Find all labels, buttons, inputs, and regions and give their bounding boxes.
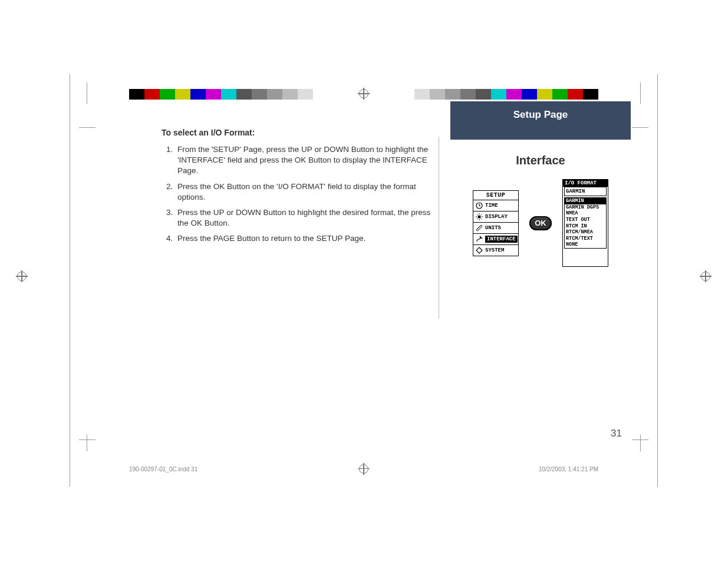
color-swatch [298, 89, 313, 100]
instructions-title: To select an I/O Format: [162, 127, 433, 138]
tick-mark [79, 127, 95, 128]
instruction-step: From the 'SETUP' Page, press the UP or D… [175, 144, 433, 177]
setup-menu-label: INTERFACE [485, 236, 518, 243]
svg-line-9 [481, 214, 482, 215]
color-swatch [399, 89, 414, 100]
color-swatch [445, 89, 460, 100]
crop-mark [70, 82, 87, 104]
io-format-options: GARMINGARMIN DGPSNMEATEXT OUTRTCM INRTCM… [564, 197, 607, 249]
plug-icon [476, 236, 483, 243]
color-swatch [430, 89, 445, 100]
footer-right: 10/2/2003, 1:41:21 PM [539, 466, 598, 472]
footer-left: 190-00297-01_0C.indd 31 [129, 466, 197, 472]
instruction-step: Press the PAGE Button to return to the S… [175, 233, 433, 244]
tick-mark [79, 439, 95, 440]
crop-mark [640, 82, 658, 104]
setup-menu-label: TIME [485, 203, 498, 209]
printer-colorbar [399, 89, 598, 100]
io-format-header: I/O FORMAT [563, 180, 608, 187]
setup-menu-item: SYSTEM [473, 244, 518, 256]
sidebar-column: Setup Page Interface SETUP TIMEDISPLAYUN… [450, 127, 631, 267]
color-swatch [252, 89, 267, 100]
io-format-option: NMEA [565, 210, 606, 217]
setup-screen-title: SETUP [473, 191, 518, 200]
section-title: Interface [450, 154, 631, 167]
setup-menu-item: INTERFACE [473, 233, 518, 244]
io-format-current: GARMIN [564, 187, 607, 196]
tick-mark [632, 127, 648, 128]
footer-registration-mark [359, 464, 368, 475]
content-row: To select an I/O Format: From the 'SETUP… [162, 127, 631, 267]
instruction-step: Press the OK Button on the 'I/O FORMAT' … [175, 181, 433, 203]
color-swatch [568, 89, 583, 100]
registration-mark-icon [17, 272, 27, 281]
color-swatch [476, 89, 491, 100]
color-swatch [129, 89, 144, 100]
figures-row: SETUP TIMEDISPLAYUNITSINTERFACESYSTEM OK… [450, 179, 631, 267]
ruler-icon [476, 224, 483, 232]
io-format-option: NONE [565, 242, 606, 248]
ok-button-label: OK [535, 219, 546, 227]
color-swatch [221, 89, 236, 100]
ok-button[interactable]: OK [529, 216, 552, 230]
sun-icon [476, 213, 483, 220]
io-format-option: GARMIN DGPS [565, 204, 606, 211]
io-format-option: TEXT OUT [565, 217, 606, 223]
crop-mark [640, 435, 658, 451]
svg-line-6 [477, 214, 477, 215]
setup-menu-item: DISPLAY [473, 211, 518, 222]
io-format-option: RTCM/NMEA [565, 229, 606, 236]
color-swatch [460, 89, 476, 100]
setup-menu-item: UNITS [473, 222, 518, 233]
page-number: 31 [611, 428, 622, 439]
color-swatch [282, 89, 298, 100]
io-format-option: RTCM/TEXT [565, 236, 606, 242]
setup-menu-item: TIME [473, 200, 518, 211]
setup-screen: SETUP TIMEDISPLAYUNITSINTERFACESYSTEM [473, 190, 519, 256]
color-swatch [552, 89, 568, 100]
crop-mark [70, 435, 87, 451]
setup-menu-label: SYSTEM [485, 247, 504, 253]
clock-icon [476, 202, 483, 209]
io-format-option: GARMIN [565, 198, 606, 204]
tick-mark [632, 439, 648, 440]
color-swatch [175, 89, 190, 100]
registration-mark-icon [359, 89, 368, 98]
setup-menu-label: DISPLAY [485, 214, 508, 220]
svg-point-1 [478, 215, 481, 218]
registration-mark-icon [701, 272, 710, 281]
color-swatch [491, 89, 506, 100]
io-format-option: RTCM IN [565, 223, 606, 230]
color-swatch [522, 89, 537, 100]
color-swatch [206, 89, 221, 100]
setup-menu-label: UNITS [485, 225, 501, 231]
printer-colorbar [129, 89, 328, 100]
color-swatch [506, 89, 522, 100]
svg-line-7 [481, 218, 482, 219]
diamond-icon [476, 247, 483, 254]
color-swatch [160, 89, 175, 100]
color-swatch [236, 89, 252, 100]
instructions-column: To select an I/O Format: From the 'SETUP… [162, 127, 433, 267]
color-swatch [414, 89, 430, 100]
color-swatch [583, 89, 598, 100]
color-swatch [537, 89, 552, 100]
page-frame: To select an I/O Format: From the 'SETUP… [70, 74, 658, 487]
instruction-step: Press the UP or DOWN Button to highlight… [175, 207, 433, 229]
color-swatch [144, 89, 160, 100]
color-swatch [267, 89, 282, 100]
instructions-list: From the 'SETUP' Page, press the UP or D… [175, 144, 433, 244]
sidebar-header: Setup Page [450, 101, 631, 140]
io-format-screen: I/O FORMAT GARMIN GARMINGARMIN DGPSNMEAT… [562, 179, 608, 267]
svg-line-8 [477, 218, 477, 219]
color-swatch [190, 89, 206, 100]
color-swatch [313, 89, 328, 100]
footer: 190-00297-01_0C.indd 31 10/2/2003, 1:41:… [129, 466, 598, 472]
